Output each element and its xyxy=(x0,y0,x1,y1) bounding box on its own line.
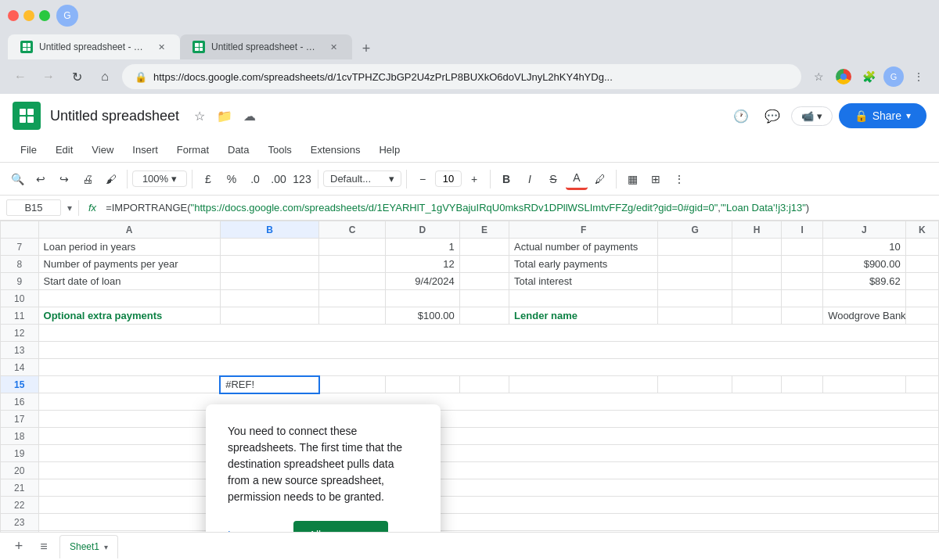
zoom-control[interactable]: 100% ▾ xyxy=(132,171,187,187)
url-bar[interactable]: 🔒 https://docs.google.com/spreadsheets/d… xyxy=(122,64,801,89)
importrange-popup: You need to connect these spreadsheets. … xyxy=(206,404,441,532)
tab-1[interactable]: Untitled spreadsheet - Google Sh... ✕ xyxy=(8,34,180,59)
add-sheet-button[interactable]: + xyxy=(9,537,28,556)
merge-cells-button[interactable]: ⊞ xyxy=(645,168,667,190)
highlight-color-button[interactable]: 🖊 xyxy=(589,168,611,190)
tab-1-title: Untitled spreadsheet - Google Sh... xyxy=(39,41,149,52)
video-dropdown-icon: ▾ xyxy=(817,110,822,122)
formula-input[interactable]: =IMPORTRANGE("https://docs.google.com/sp… xyxy=(106,202,933,214)
menu-file[interactable]: File xyxy=(13,141,45,159)
toolbar: 🔍 ↩ ↪ 🖨 🖌 100% ▾ £ % .0 .00 123 Default.… xyxy=(0,163,939,196)
menu-extensions[interactable]: Extensions xyxy=(303,141,369,159)
tabs-bar: Untitled spreadsheet - Google Sh... ✕ Un… xyxy=(0,31,939,59)
video-icon: 📹 xyxy=(801,110,814,122)
settings-button[interactable]: ⋮ xyxy=(908,66,930,88)
grid-container: A B C D E F G H I J K xyxy=(0,221,939,532)
bold-button[interactable]: B xyxy=(495,168,517,190)
reload-button[interactable]: ↻ xyxy=(66,66,88,88)
currency-button[interactable]: £ xyxy=(197,168,219,190)
menu-view[interactable]: View xyxy=(84,141,121,159)
title-bar: G xyxy=(0,0,939,31)
popup-overlay: You need to connect these spreadsheets. … xyxy=(0,221,939,532)
increase-font-size-button[interactable]: + xyxy=(463,168,485,190)
cloud-save-button[interactable]: ☁ xyxy=(239,105,261,127)
google-lens-button[interactable] xyxy=(833,66,854,88)
increase-decimal-button[interactable]: .00 xyxy=(268,168,290,190)
redo-button[interactable]: ↪ xyxy=(53,168,75,190)
share-label: Share xyxy=(872,109,901,122)
menu-help[interactable]: Help xyxy=(371,141,408,159)
doc-title: Untitled spreadsheet xyxy=(50,108,179,124)
sheet-tab-1[interactable]: Sheet1 ▾ xyxy=(59,535,118,558)
allow-access-button[interactable]: Allow access xyxy=(293,521,388,532)
toolbar-separator-1 xyxy=(127,170,128,188)
menu-insert[interactable]: Insert xyxy=(124,141,166,159)
font-size-control[interactable]: 10 xyxy=(435,171,462,187)
maximize-window-button[interactable] xyxy=(39,10,50,21)
tab-1-close[interactable]: ✕ xyxy=(155,41,167,53)
video-call-button[interactable]: 📹 ▾ xyxy=(791,106,833,126)
app-header: Untitled spreadsheet ☆ 📁 ☁ 🕐 💬 📹 ▾ 🔒 Sha… xyxy=(0,94,939,138)
minimize-window-button[interactable] xyxy=(23,10,34,21)
lock-icon: 🔒 xyxy=(135,71,147,83)
more-formats-button[interactable]: ⋮ xyxy=(668,168,690,190)
history-button[interactable]: 🕐 xyxy=(729,103,754,128)
text-color-button[interactable]: A xyxy=(566,168,588,190)
print-button[interactable]: 🖨 xyxy=(77,168,99,190)
zoom-dropdown-icon: ▾ xyxy=(171,173,177,185)
tab-2-close[interactable]: ✕ xyxy=(327,41,340,53)
paint-format-button[interactable]: 🖌 xyxy=(100,168,122,190)
formula-bar: B15 ▾ fx =IMPORTRANGE("https://docs.goog… xyxy=(0,196,939,221)
menu-tools[interactable]: Tools xyxy=(260,141,299,159)
new-tab-button[interactable]: + xyxy=(355,38,377,59)
profile-icon[interactable]: G xyxy=(56,5,78,27)
cell-reference-input[interactable]: B15 xyxy=(6,199,61,216)
address-bar: ← → ↻ ⌂ 🔒 https://docs.google.com/spread… xyxy=(0,59,939,94)
learn-more-button[interactable]: Learn more xyxy=(228,522,284,532)
window-controls xyxy=(8,10,50,21)
bookmark-button[interactable]: ☆ xyxy=(808,66,829,88)
home-button[interactable]: ⌂ xyxy=(94,66,116,88)
toolbar-separator-4 xyxy=(406,170,407,188)
font-name-value: Default... xyxy=(330,173,371,185)
decrease-decimal-button[interactable]: .0 xyxy=(244,168,266,190)
sheet-list-button[interactable]: ≡ xyxy=(34,537,53,556)
strikethrough-button[interactable]: S xyxy=(542,168,564,190)
popup-message: You need to connect these spreadsheets. … xyxy=(228,423,419,505)
star-button[interactable]: ☆ xyxy=(189,105,210,127)
toolbar-separator-3 xyxy=(318,170,318,188)
move-button[interactable]: 📁 xyxy=(214,105,236,127)
decrease-font-size-button[interactable]: − xyxy=(412,168,434,190)
profile-button[interactable]: G xyxy=(883,66,905,88)
undo-button[interactable]: ↩ xyxy=(30,168,52,190)
font-size-value: 10 xyxy=(436,171,461,186)
popup-actions: Learn more Allow access xyxy=(228,521,419,532)
menu-bar: File Edit View Insert Format Data Tools … xyxy=(0,138,939,163)
borders-button[interactable]: ▦ xyxy=(621,168,643,190)
sheets-app: Untitled spreadsheet ☆ 📁 ☁ 🕐 💬 📹 ▾ 🔒 Sha… xyxy=(0,94,939,560)
lock-icon: 🔒 xyxy=(854,109,868,122)
menu-data[interactable]: Data xyxy=(220,141,257,159)
formula-expand-icon[interactable]: ▾ xyxy=(67,203,72,214)
share-button[interactable]: 🔒 Share ▾ xyxy=(839,103,926,128)
tab-2-favicon xyxy=(192,41,205,53)
extensions-button[interactable]: 🧩 xyxy=(858,66,880,88)
share-arrow-icon: ▾ xyxy=(906,110,911,121)
back-button[interactable]: ← xyxy=(9,66,31,88)
menu-format[interactable]: Format xyxy=(169,141,217,159)
tab-2[interactable]: Untitled spreadsheet - Google Sh... ✕ xyxy=(180,34,352,59)
font-name-control[interactable]: Default... ▾ xyxy=(323,171,401,187)
forward-button[interactable]: → xyxy=(38,66,59,88)
font-name-dropdown-icon: ▾ xyxy=(389,173,394,185)
tab-1-favicon xyxy=(20,41,33,53)
comment-button[interactable]: 💬 xyxy=(760,103,785,128)
italic-button[interactable]: I xyxy=(519,168,541,190)
url-text: https://docs.google.com/spreadsheets/d/1… xyxy=(153,71,789,83)
toolbar-separator-2 xyxy=(192,170,192,188)
menu-edit[interactable]: Edit xyxy=(48,141,81,159)
number-format-button[interactable]: 123 xyxy=(291,168,313,190)
search-toolbar-button[interactable]: 🔍 xyxy=(6,168,28,190)
sheet-chevron-icon: ▾ xyxy=(104,543,108,551)
percent-button[interactable]: % xyxy=(221,168,243,190)
close-window-button[interactable] xyxy=(8,10,19,21)
